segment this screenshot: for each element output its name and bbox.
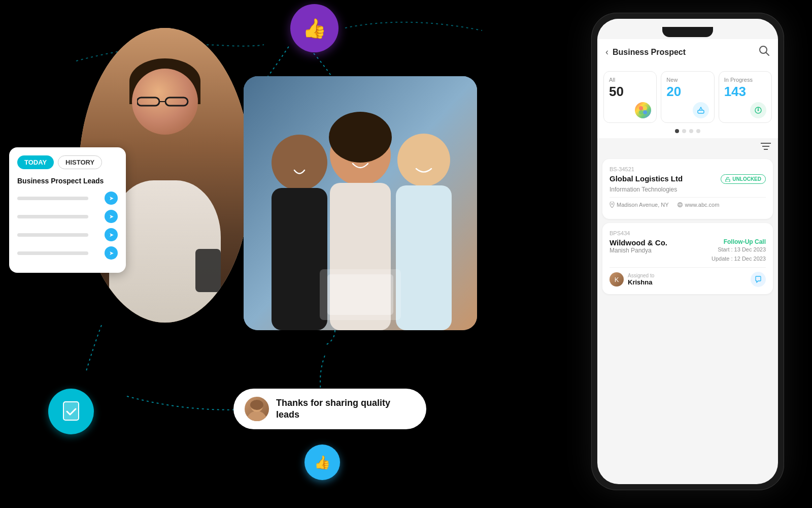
lead-name-1: Global Logistics Ltd	[610, 174, 683, 183]
chat-message: Thanks for sharing quality leads	[276, 397, 415, 421]
svg-line-18	[766, 53, 769, 56]
svg-rect-3	[63, 402, 79, 420]
history-tab[interactable]: HISTORY	[58, 155, 102, 169]
chat-avatar	[245, 397, 269, 421]
dot-2[interactable]	[682, 129, 686, 133]
svg-rect-11	[396, 185, 452, 330]
stat-all-icon	[635, 102, 651, 118]
thumbs-up-top-icon: 👍	[290, 4, 339, 52]
svg-point-10	[397, 134, 450, 186]
task-icon-circle	[48, 389, 94, 434]
carousel-dots	[597, 126, 778, 138]
svg-point-30	[612, 203, 613, 205]
lead-footer-2: K Assigned to Krishna	[610, 272, 766, 287]
lead-line	[17, 197, 88, 200]
phone-header-left: ‹ Business Prospect	[605, 47, 686, 57]
lead-item-4: ➤	[17, 246, 118, 260]
center-group-photo	[244, 76, 477, 330]
lead-line	[17, 251, 88, 255]
lead-line	[17, 233, 88, 237]
filter-row	[597, 138, 778, 157]
svg-rect-23	[698, 110, 704, 113]
svg-rect-29	[726, 179, 730, 182]
stat-card-inprogress[interactable]: In Progress 143	[719, 71, 772, 123]
back-button[interactable]: ‹	[605, 47, 608, 57]
assigned-to-label: Assigned to	[628, 273, 654, 278]
svg-rect-6	[272, 188, 327, 330]
dot-3[interactable]	[689, 129, 693, 133]
lead-card-global-logistics[interactable]: BS-34521 Global Logistics Ltd UNLOCKED I…	[602, 159, 773, 219]
phone-notch-area	[597, 19, 778, 39]
svg-point-14	[247, 411, 267, 421]
lead-line	[17, 215, 88, 218]
stat-new-label: New	[666, 77, 708, 83]
follow-up-badge: Follow-Up Call	[712, 238, 766, 245]
lead-location: Madison Avenue, NY	[610, 202, 669, 208]
send-icon-1[interactable]: ➤	[105, 192, 118, 205]
svg-point-31	[678, 203, 682, 207]
svg-point-9	[329, 112, 392, 163]
svg-point-20	[643, 106, 647, 110]
dot-1[interactable]	[675, 129, 679, 133]
filter-icon[interactable]	[761, 142, 771, 153]
today-tab[interactable]: TODAY	[17, 155, 54, 169]
lead-item-1: ➤	[17, 192, 118, 205]
lead-card-wildwood[interactable]: BPS434 Wildwood & Co. Manish Pandya Foll…	[602, 223, 773, 294]
stats-row: All 50 New 20	[597, 65, 778, 126]
stat-new-value: 20	[666, 85, 708, 98]
stat-all-label: All	[609, 77, 651, 83]
today-history-card: TODAY HISTORY Business Prospect Leads ➤ …	[9, 147, 126, 273]
phone-header-title: Business Prospect	[613, 48, 686, 57]
lead-website: www.abc.com	[677, 202, 720, 208]
stat-new-icon	[693, 102, 709, 118]
card-title: Business Prospect Leads	[17, 176, 118, 185]
stat-all-value: 50	[609, 85, 651, 98]
lead-id-2: BPS434	[610, 230, 766, 236]
phone-screen: ‹ Business Prospect All 50	[597, 19, 778, 484]
assigned-name: Krishna	[628, 278, 654, 286]
svg-rect-1	[165, 98, 188, 106]
lead-dates: Start : 13 Dec 2023 Update : 12 Dec 2023	[712, 245, 766, 263]
send-icon-3[interactable]: ➤	[105, 228, 118, 241]
svg-point-19	[639, 106, 643, 110]
message-icon[interactable]	[751, 272, 766, 287]
send-icon-4[interactable]: ➤	[105, 246, 118, 260]
stat-inprogress-label: In Progress	[724, 77, 766, 83]
phone-mockup: ‹ Business Prospect All 50	[591, 13, 784, 490]
thumbs-up-bottom-icon: 👍	[304, 444, 340, 480]
unlocked-badge: UNLOCKED	[721, 174, 766, 184]
lead-id-1: BS-34521	[610, 166, 766, 172]
stat-card-new[interactable]: New 20	[661, 71, 714, 123]
lead-sub-1: Information Technologies	[610, 186, 766, 193]
lead-sub-2: Manish Pandya	[610, 247, 667, 254]
stat-inprogress-value: 143	[724, 85, 766, 98]
assigned-avatar: K	[610, 272, 624, 287]
svg-point-16	[250, 400, 263, 410]
stat-card-all[interactable]: All 50	[603, 71, 657, 123]
lead-item-3: ➤	[17, 228, 118, 241]
lead-info-1: Madison Avenue, NY www.abc.com	[610, 202, 766, 208]
stat-inprogress-icon	[750, 102, 766, 118]
chat-bubble: Thanks for sharing quality leads	[233, 389, 426, 429]
phone-header: ‹ Business Prospect	[597, 39, 778, 65]
svg-rect-0	[137, 98, 159, 106]
svg-point-21	[639, 110, 643, 114]
svg-point-5	[272, 135, 327, 190]
send-icon-2[interactable]: ➤	[105, 210, 118, 223]
svg-rect-13	[327, 274, 393, 315]
leads-list: BS-34521 Global Logistics Ltd UNLOCKED I…	[597, 157, 778, 484]
dot-4[interactable]	[696, 129, 700, 133]
lead-item-2: ➤	[17, 210, 118, 223]
search-icon[interactable]	[759, 45, 770, 59]
svg-point-25	[757, 110, 759, 111]
lead-name-2: Wildwood & Co.	[610, 238, 667, 247]
phone-notch	[662, 27, 713, 37]
svg-point-32	[679, 203, 681, 207]
svg-point-22	[643, 110, 647, 114]
